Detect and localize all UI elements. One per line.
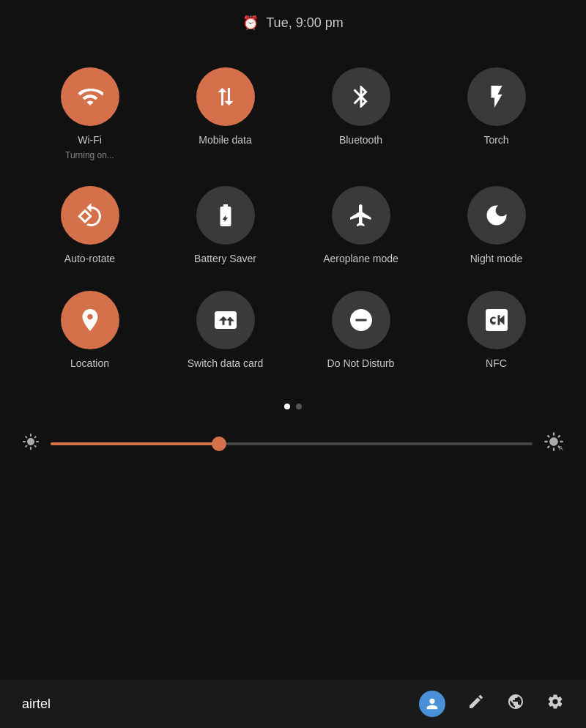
edit-button[interactable] — [467, 693, 485, 715]
tile-wifi[interactable]: Wi-Fi Turning on... — [22, 53, 157, 171]
switch-data-icon — [212, 307, 239, 333]
tile-nfc[interactable]: NFC — [429, 276, 564, 381]
dnd-label: Do Not Disturb — [327, 357, 395, 370]
tile-bluetooth[interactable]: Bluetooth — [293, 53, 429, 171]
bottom-bar: airtel — [0, 680, 586, 728]
aeroplane-circle — [332, 186, 390, 245]
auto-rotate-circle — [61, 186, 119, 245]
location-circle — [61, 291, 119, 349]
brightness-high-icon: A — [544, 431, 564, 456]
bluetooth-icon — [348, 83, 374, 110]
nfc-icon — [483, 307, 510, 333]
tile-night-mode[interactable]: Night mode — [429, 171, 564, 276]
tile-location[interactable]: Location — [22, 276, 157, 381]
svg-text:A: A — [559, 445, 563, 451]
status-bar: ⏰ Tue, 9:00 pm — [0, 0, 586, 38]
battery-saver-label: Battery Saver — [194, 252, 256, 265]
dnd-circle — [332, 291, 390, 349]
mobile-data-icon — [212, 83, 239, 110]
settings-icon — [546, 693, 564, 710]
location-icon — [77, 307, 103, 333]
user-button[interactable] — [419, 691, 445, 717]
pagination-dots — [0, 396, 586, 424]
battery-saver-icon — [212, 202, 239, 229]
brightness-slider[interactable] — [51, 442, 533, 445]
carrier-name: airtel — [22, 697, 404, 712]
bluetooth-label: Bluetooth — [339, 133, 382, 146]
tile-battery-saver[interactable]: Battery Saver — [157, 171, 293, 276]
brightness-fill — [51, 442, 219, 445]
tile-dnd[interactable]: Do Not Disturb — [293, 276, 429, 381]
mobile-data-label: Mobile data — [199, 133, 251, 146]
brightness-bar: A — [0, 424, 586, 471]
bluetooth-circle — [332, 67, 390, 126]
aeroplane-label: Aeroplane mode — [323, 252, 398, 265]
settings-button[interactable] — [546, 693, 564, 715]
torch-icon — [483, 83, 510, 110]
pagination-dot-1[interactable] — [284, 404, 290, 409]
auto-rotate-label: Auto-rotate — [64, 252, 115, 265]
aeroplane-icon — [348, 202, 374, 229]
wifi-circle — [61, 67, 119, 126]
tile-auto-rotate[interactable]: Auto-rotate — [22, 171, 157, 276]
alarm-icon: ⏰ — [242, 15, 259, 31]
mobile-data-circle — [196, 67, 255, 126]
globe-button[interactable] — [507, 693, 524, 715]
night-mode-circle — [467, 186, 526, 245]
night-mode-label: Night mode — [470, 252, 523, 265]
nfc-label: NFC — [486, 357, 507, 370]
switch-data-label: Switch data card — [188, 357, 264, 370]
globe-icon — [507, 693, 524, 710]
user-icon — [424, 696, 440, 712]
pagination-dot-2[interactable] — [296, 404, 302, 409]
time-display: Tue, 9:00 pm — [266, 15, 343, 31]
wifi-sublabel: Turning on... — [65, 150, 114, 160]
torch-label: Torch — [483, 133, 508, 146]
brightness-thumb[interactable] — [212, 437, 226, 451]
tile-aeroplane[interactable]: Aeroplane mode — [293, 171, 429, 276]
dnd-icon — [348, 307, 374, 333]
location-label: Location — [70, 357, 109, 370]
quick-tiles-grid: Wi-Fi Turning on... Mobile data Bluetoot… — [0, 38, 586, 396]
night-mode-icon — [483, 202, 510, 229]
wifi-icon — [77, 83, 103, 110]
switch-data-circle — [196, 291, 255, 349]
nfc-circle — [467, 291, 526, 349]
torch-circle — [467, 67, 526, 126]
wifi-label: Wi-Fi — [78, 133, 102, 146]
brightness-low-icon — [22, 433, 40, 454]
tile-switch-data[interactable]: Switch data card — [157, 276, 293, 381]
battery-saver-circle — [196, 186, 255, 245]
auto-rotate-icon — [77, 202, 103, 229]
tile-mobile-data[interactable]: Mobile data — [157, 53, 293, 171]
tile-torch[interactable]: Torch — [429, 53, 564, 171]
edit-icon — [467, 693, 485, 710]
bottom-icons — [419, 691, 564, 717]
